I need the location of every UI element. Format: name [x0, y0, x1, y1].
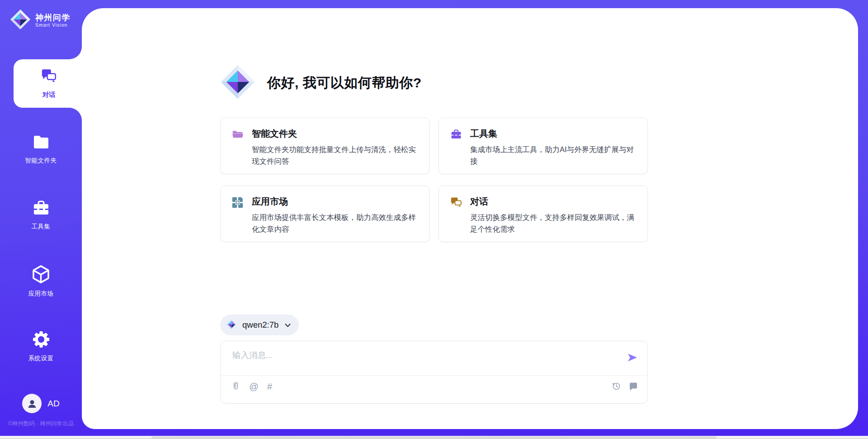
sidebar-item-settings[interactable]: 系统设置 — [0, 330, 82, 363]
brand-diamond-logo-icon — [10, 9, 31, 32]
feature-card-description: 灵活切换多模型文件，支持多样回复效果调试，满足个性化需求 — [470, 212, 638, 235]
sidebar-item-smart-folder[interactable]: 智能文件夹 — [0, 133, 82, 165]
brand-subtitle: Smart Vision — [35, 22, 71, 28]
composer-tools-left: @ # — [231, 381, 272, 391]
folder-open-icon — [231, 128, 244, 174]
toolbox-icon — [450, 128, 462, 174]
model-selector[interactable]: qwen2:7b — [220, 315, 299, 335]
sidebar-item-label: 对话 — [42, 91, 56, 99]
paperclip-icon[interactable] — [231, 381, 241, 391]
cube-icon — [31, 278, 51, 286]
feature-card-description: 应用市场提供丰富长文本模板，助力高效生成多样化文章内容 — [252, 212, 420, 235]
horizontal-scrollbar[interactable] — [0, 436, 868, 439]
feature-card-app-market[interactable]: 应用市场 应用市场提供丰富长文本模板，助力高效生成多样化文章内容 — [220, 186, 429, 242]
grid-icon — [231, 196, 244, 242]
feature-card-description: 智能文件夹功能支持批量文件上传与清洗，轻松实现文件问答 — [252, 144, 420, 167]
brand-text: 神州问学 Smart Vision — [35, 13, 71, 28]
feature-card-description: 集成市场上主流工具，助力AI与外界无缝扩展与对接 — [470, 144, 638, 167]
feature-card-body: 应用市场 应用市场提供丰富长文本模板，助力高效生成多样化文章内容 — [252, 196, 420, 242]
copyright-text: ©神州数码 · 神州问学出品 — [0, 420, 85, 428]
brand-name: 神州问学 — [35, 13, 71, 23]
feature-card-title: 对话 — [470, 196, 638, 208]
feedback-chat-icon[interactable] — [628, 381, 638, 391]
sidebar-item-chat[interactable]: 对话 — [14, 59, 84, 108]
hashtag-icon[interactable]: # — [267, 382, 272, 391]
chat-icon — [450, 196, 462, 242]
sidebar-item-label: 智能文件夹 — [0, 157, 82, 165]
brand: 神州问学 Smart Vision — [10, 9, 71, 32]
diamond-logo-icon — [220, 64, 255, 101]
history-icon[interactable] — [611, 381, 621, 391]
sidebar-item-app-market[interactable]: 应用市场 — [0, 264, 82, 298]
send-icon[interactable] — [627, 352, 638, 363]
sidebar-item-label: 系统设置 — [0, 354, 82, 363]
main-content: 你好, 我可以如何帮助你? 智能文件夹 智能文件夹功能支持批量文件上传与清洗，轻… — [220, 0, 648, 439]
feature-card-chat[interactable]: 对话 灵活切换多模型文件，支持多样回复效果调试，满足个性化需求 — [439, 186, 648, 242]
feature-cards: 智能文件夹 智能文件夹功能支持批量文件上传与清洗，轻松实现文件问答 工具集 — [220, 118, 648, 242]
app-root: 对话 神州问学 Smart Vision — [0, 0, 868, 439]
sidebar-item-label: 工具集 — [0, 223, 82, 231]
model-name: qwen2:7b — [242, 320, 278, 330]
chevron-down-icon — [284, 322, 291, 328]
greeting-text: 你好, 我可以如何帮助你? — [267, 74, 422, 92]
feature-card-title: 应用市场 — [252, 196, 420, 208]
feature-card-toolbox[interactable]: 工具集 集成市场上主流工具，助力AI与外界无缝扩展与对接 — [439, 118, 648, 174]
sidebar-item-toolbox[interactable]: 工具集 — [0, 199, 82, 231]
tab-fillet-bottom — [69, 108, 82, 120]
composer-tools-right — [611, 381, 638, 391]
diamond-logo-icon — [226, 319, 237, 332]
avatar — [22, 394, 42, 413]
feature-card-smart-folder[interactable]: 智能文件夹 智能文件夹功能支持批量文件上传与清洗，轻松实现文件问答 — [220, 118, 429, 174]
feature-card-title: 工具集 — [470, 128, 638, 140]
user-name: AD — [47, 399, 59, 409]
feature-card-title: 智能文件夹 — [252, 128, 420, 140]
feature-card-body: 工具集 集成市场上主流工具，助力AI与外界无缝扩展与对接 — [470, 128, 638, 174]
toolbox-icon — [32, 211, 51, 219]
folder-icon — [32, 145, 51, 153]
feature-card-body: 智能文件夹 智能文件夹功能支持批量文件上传与清洗，轻松实现文件问答 — [252, 128, 420, 174]
scrollbar-thumb[interactable] — [151, 436, 717, 439]
tab-fillet-top — [69, 47, 82, 59]
composer-divider — [221, 375, 647, 376]
message-composer: @ # — [220, 341, 648, 404]
message-input[interactable] — [231, 348, 604, 373]
gear-icon — [32, 343, 51, 350]
chat-icon — [40, 68, 57, 87]
user-profile[interactable]: AD — [0, 394, 82, 413]
greeting: 你好, 我可以如何帮助你? — [220, 64, 422, 101]
feature-card-body: 对话 灵活切换多模型文件，支持多样回复效果调试，满足个性化需求 — [470, 196, 638, 242]
mention-icon[interactable]: @ — [249, 382, 259, 391]
sidebar-item-label: 应用市场 — [0, 290, 82, 298]
